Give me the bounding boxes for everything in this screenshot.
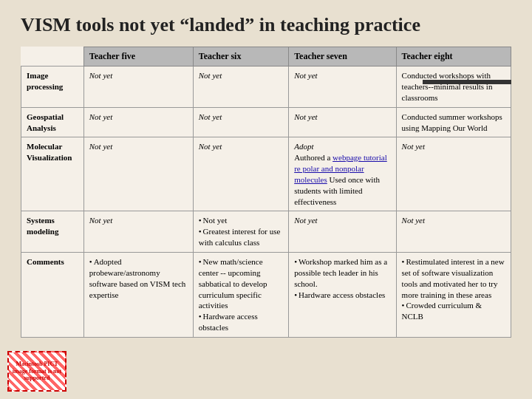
row-label: Geospatial Analysis [21,107,84,137]
bullet-item: Restimulated interest in a new set of so… [402,256,505,300]
header-teacher-eight: Teacher eight [396,47,511,66]
table-cell: New math/science center -- upcoming sabb… [193,253,288,338]
table-cell: Restimulated interest in a new set of so… [396,253,511,338]
page: VISM tools not yet “landed” in teaching … [0,0,532,399]
bullet-item: Crowded curriculum & NCLB [402,300,505,322]
table-cell: Adopted probeware/astronomy software bas… [83,253,193,338]
bullet-item: Greatest interest for use with calculus … [199,226,283,248]
table-cell: Not yet [83,137,193,211]
table-cell: Not yet [289,107,396,137]
table-cell: Not yet [83,66,193,108]
table-row: CommentsAdopted probeware/astronomy soft… [21,253,511,338]
page-title: VISM tools not yet “landed” in teaching … [21,13,511,36]
table-cell: Conducted workshops with teachers--minim… [396,66,511,108]
table-row: Systems modelingNot yetNot yetGreatest i… [21,211,511,253]
table-cell: Not yet [289,66,396,108]
table-header-row: Teacher five Teacher six Teacher seven T… [21,47,511,66]
bullet-item: Hardware access obstacles [199,311,283,333]
table-cell: Not yetGreatest interest for use with ca… [193,211,288,253]
table-cell: Not yet [193,107,288,137]
dark-bar [423,80,511,84]
table-cell: Conducted summer workshops using Mapping… [396,107,511,137]
table-row: Image processingNot yetNot yetNot yetCon… [21,66,511,108]
table-cell: Workshop marked him as a possible tech l… [289,253,396,338]
table-cell: Not yet [83,211,193,253]
table-cell: Not yet [396,211,511,253]
bullet-item: Hardware access obstacles [294,290,390,301]
link-text: webpage tutorial re polar and nonpolar m… [294,153,387,184]
table-row: Geospatial AnalysisNot yetNot yetNot yet… [21,107,511,137]
table-cell: Not yet [396,137,511,211]
row-label: Comments [21,253,84,338]
header-teacher-five: Teacher five [83,47,193,66]
main-table: Teacher five Teacher six Teacher seven T… [21,47,511,338]
table-cell: AdoptAuthored a webpage tutorial re pola… [289,137,396,211]
row-label: Molecular Visualization [21,137,84,211]
row-label: Systems modeling [21,211,84,253]
table-cell: Not yet [289,211,396,253]
header-teacher-six: Teacher six [193,47,288,66]
table-row: Molecular VisualizationNot yetNot yetAdo… [21,137,511,211]
header-teacher-seven: Teacher seven [289,47,396,66]
table-cell: Not yet [83,107,193,137]
table-cell: Not yet [193,66,288,108]
row-label: Image processing [21,66,84,108]
bullet-item: Not yet [199,215,283,226]
table-cell: Not yet [193,137,288,211]
bullet-item: New math/science center -- upcoming sabb… [199,256,283,311]
bullet-item: Adopted probeware/astronomy software bas… [89,256,188,300]
header-blank [21,47,84,66]
bullet-item: Workshop marked him as a possible tech l… [294,256,390,290]
image-placeholder: Macintosh PICT image format is not suppo… [7,351,66,392]
